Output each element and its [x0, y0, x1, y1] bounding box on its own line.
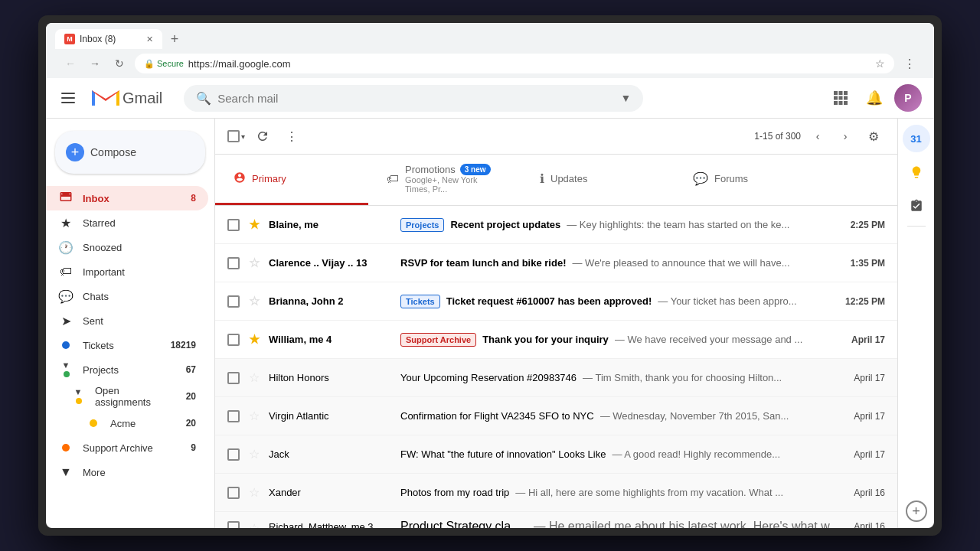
star-toggle[interactable]: ★ [249, 217, 260, 232]
acme-count: 20 [186, 418, 196, 429]
apps-button[interactable] [827, 84, 854, 112]
star-toggle[interactable]: ☆ [249, 256, 260, 270]
row-checkbox[interactable] [227, 448, 240, 461]
extensions-button[interactable]: ⋮ [900, 54, 919, 73]
svg-rect-8 [844, 101, 848, 105]
sidebar-item-sent[interactable]: ➤ Sent [46, 308, 208, 333]
starred-label: Starred [83, 217, 196, 229]
svg-rect-5 [844, 96, 848, 100]
star-toggle[interactable]: ☆ [249, 485, 260, 500]
sidebar-item-starred[interactable]: ★ Starred [46, 210, 208, 235]
bookmark-icon[interactable]: ☆ [875, 57, 885, 70]
email-subject: Ticket request #610007 has been approved… [446, 295, 652, 307]
sidebar-item-support-archive[interactable]: Support Archive 9 [46, 435, 208, 460]
next-page-button[interactable]: › [835, 126, 856, 147]
table-row[interactable]: ☆ Xander Photos from my road trip — Hi a… [215, 474, 897, 512]
sidebar-item-more[interactable]: ▼ More [46, 460, 208, 484]
row-checkbox[interactable] [227, 372, 240, 384]
avatar[interactable]: P [894, 84, 922, 112]
star-toggle[interactable]: ★ [249, 332, 260, 347]
email-time: 1:35 PM [851, 258, 885, 269]
table-row[interactable]: ☆ Jack FW: What "the future of innovatio… [215, 435, 897, 474]
header-actions: 🔔 P [827, 84, 922, 112]
keep-panel-button[interactable] [903, 158, 930, 186]
email-content: Tickets Ticket request #610007 has been … [400, 295, 836, 308]
sidebar-item-tickets[interactable]: Tickets 18219 [46, 333, 208, 357]
monitor: M Inbox (8) ✕ + ← → ↻ 🔒 Secure https://m… [38, 15, 942, 536]
more-options-button[interactable]: ⋮ [280, 125, 303, 148]
row-checkbox[interactable] [227, 410, 240, 422]
sidebar-item-inbox[interactable]: Inbox 8 [46, 186, 208, 210]
sent-icon: ➤ [58, 314, 74, 328]
select-all-area[interactable]: ▾ [227, 130, 245, 142]
promotions-tab-content: Promotions 3 new Google+, New York Times… [405, 164, 503, 194]
compose-button[interactable]: + Compose [55, 131, 205, 174]
table-row[interactable]: ☆ Hilton Honors Your Upcoming Reservatio… [215, 359, 897, 397]
address-input[interactable]: 🔒 Secure https://mail.google.com ☆ [135, 54, 894, 73]
email-preview: — We have received your message and ... [615, 334, 802, 345]
browser-tab[interactable]: M Inbox (8) ✕ [55, 29, 162, 49]
star-toggle[interactable]: ☆ [249, 409, 260, 423]
table-row[interactable]: ★ Blaine, me Projects Recent project upd… [215, 206, 897, 244]
tab-close-button[interactable]: ✕ [146, 34, 153, 44]
table-row[interactable]: ★ William, me 4 Support Archive Thank yo… [215, 321, 897, 359]
row-checkbox[interactable] [227, 521, 240, 528]
prev-page-button[interactable]: ‹ [807, 126, 828, 147]
email-subject: Recent project updates [450, 219, 560, 230]
refresh-emails-button[interactable] [251, 125, 274, 148]
select-dropdown-icon[interactable]: ▾ [241, 132, 245, 141]
back-button[interactable]: ← [61, 54, 80, 73]
table-row[interactable]: ☆ Virgin Atlantic Confirmation for Fligh… [215, 397, 897, 435]
tab-primary[interactable]: Primary [215, 155, 368, 205]
hamburger-menu-button[interactable] [58, 86, 83, 110]
star-toggle[interactable]: ☆ [249, 521, 260, 528]
star-toggle[interactable]: ☆ [249, 370, 260, 385]
search-expand-icon[interactable]: ▼ [620, 92, 631, 104]
bookmark-nav-icon: 🏷 [58, 265, 74, 279]
tab-forums[interactable]: 💬 Forums [675, 155, 828, 205]
svg-rect-1 [839, 91, 843, 95]
compose-label: Compose [90, 146, 136, 158]
main-content: ▾ ⋮ 1-15 of 300 ‹ › ⚙ [214, 119, 897, 528]
sidebar-item-projects[interactable]: ▼ Projects 67 [46, 357, 208, 382]
calendar-panel-button[interactable]: 31 [903, 125, 930, 152]
search-bar[interactable]: 🔍 ▼ [184, 85, 643, 112]
row-checkbox[interactable] [227, 334, 240, 346]
tab-updates[interactable]: ℹ Updates [521, 155, 675, 205]
star-toggle[interactable]: ☆ [249, 294, 260, 308]
select-all-checkbox[interactable] [227, 130, 240, 142]
email-sender: Xander [269, 487, 391, 498]
row-checkbox[interactable] [227, 257, 240, 269]
sidebar-item-open-assignments[interactable]: ▼ Open assignments 20 [46, 382, 208, 411]
refresh-button[interactable]: ↻ [110, 54, 129, 73]
sidebar-item-acme[interactable]: Acme 20 [46, 411, 208, 435]
email-time: April 17 [854, 411, 885, 422]
tab-promotions[interactable]: 🏷 Promotions 3 new Google+, New York Tim… [368, 155, 521, 205]
right-panel: 31 + [897, 119, 934, 528]
table-row[interactable]: ☆ Richard, Matthew, me 3 Product Strateg… [215, 512, 897, 528]
row-checkbox[interactable] [227, 219, 240, 231]
row-checkbox[interactable] [227, 295, 240, 308]
sidebar-item-chats[interactable]: 💬 Chats [46, 284, 208, 308]
sidebar-item-important[interactable]: 🏷 Important [46, 259, 208, 284]
table-row[interactable]: ☆ Brianna, John 2 Tickets Ticket request… [215, 282, 897, 321]
email-content: Product Strategy classes — He emailed me… [400, 520, 844, 528]
url-text: https://mail.google.com [188, 58, 291, 70]
forward-button[interactable]: → [86, 54, 104, 73]
lock-icon: 🔒 [144, 59, 155, 69]
add-panel-button[interactable]: + [906, 500, 927, 522]
table-row[interactable]: ☆ Clarence .. Vijay .. 13 RSVP for team … [215, 244, 897, 282]
email-preview: — Hi all, here are some highlights from … [515, 487, 783, 498]
email-subject: FW: What "the future of innovation" Look… [400, 448, 606, 460]
star-toggle[interactable]: ☆ [249, 447, 260, 461]
search-input[interactable] [217, 92, 614, 105]
gmail-logo-text: Gmail [122, 90, 162, 107]
sidebar-item-snoozed[interactable]: 🕐 Snoozed [46, 235, 208, 259]
notifications-button[interactable]: 🔔 [861, 84, 888, 112]
settings-button[interactable]: ⚙ [862, 125, 885, 148]
tasks-panel-button[interactable] [903, 192, 930, 220]
row-checkbox[interactable] [227, 487, 240, 499]
new-tab-button[interactable]: + [165, 30, 184, 48]
promotions-tab-label: Promotions [405, 164, 456, 175]
projects-label: Projects [83, 364, 177, 376]
